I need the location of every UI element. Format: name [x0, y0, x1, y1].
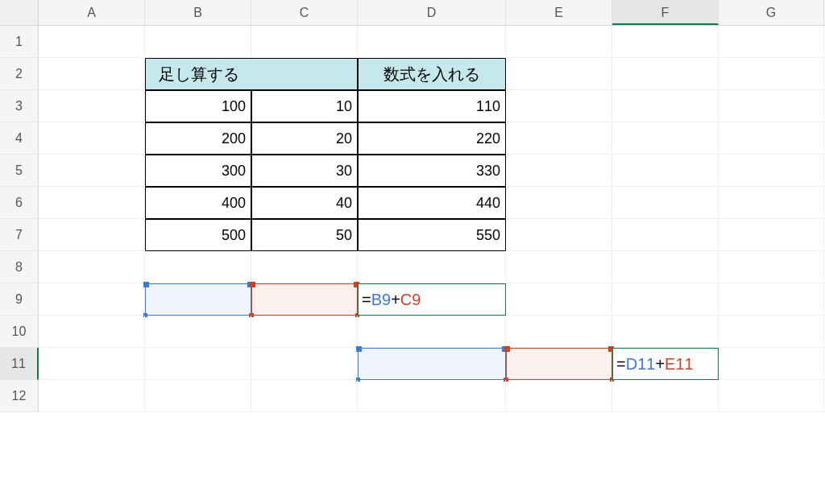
cell-A5[interactable] [39, 155, 145, 187]
cell-A8[interactable] [39, 251, 145, 283]
cell-F7[interactable] [612, 219, 719, 251]
cell-E12[interactable] [506, 380, 612, 412]
cell-D10[interactable] [358, 316, 506, 348]
cell-E4[interactable] [506, 122, 612, 155]
ref-D11[interactable] [358, 348, 506, 380]
cell-G2[interactable] [719, 58, 824, 90]
cell-B8[interactable] [145, 251, 251, 283]
cell-F6[interactable] [612, 187, 719, 219]
cell-B12[interactable] [145, 380, 251, 412]
cell-C4[interactable]: 20 [251, 122, 358, 155]
cell-C10[interactable] [251, 316, 358, 348]
cell-D8[interactable] [358, 251, 506, 283]
cell-G7[interactable] [719, 219, 824, 251]
formula-cell-F11[interactable]: =D11+E11 [612, 348, 719, 380]
cell-F4[interactable] [612, 122, 719, 155]
row-header-12[interactable]: 12 [0, 380, 39, 412]
table-header-left[interactable]: 足し算する [145, 58, 251, 90]
cell-C2[interactable] [251, 58, 358, 90]
table-header-right[interactable]: 数式を入れる [358, 58, 506, 90]
cell-E2[interactable] [506, 58, 612, 90]
cell-F3[interactable] [612, 90, 719, 122]
cell-F5[interactable] [612, 155, 719, 187]
row-header-10[interactable]: 10 [0, 316, 39, 348]
row-header-7[interactable]: 7 [0, 219, 39, 251]
cell-B11[interactable] [145, 348, 251, 380]
row-header-4[interactable]: 4 [0, 122, 39, 155]
cell-A6[interactable] [39, 187, 145, 219]
cell-E1[interactable] [506, 26, 612, 58]
ref-B9[interactable] [145, 283, 251, 316]
cell-D12[interactable] [358, 380, 506, 412]
row-header-3[interactable]: 3 [0, 90, 39, 122]
cell-B10[interactable] [145, 316, 251, 348]
col-header-G[interactable]: G [719, 0, 824, 25]
cell-F2[interactable] [612, 58, 719, 90]
cell-F9[interactable] [612, 283, 719, 316]
cell-D3[interactable]: 110 [358, 90, 506, 122]
cell-B1[interactable] [145, 26, 251, 58]
cell-F10[interactable] [612, 316, 719, 348]
ref-E11[interactable] [506, 348, 612, 380]
cell-C12[interactable] [251, 380, 358, 412]
cell-D6[interactable]: 440 [358, 187, 506, 219]
cell-A2[interactable] [39, 58, 145, 90]
cell-A10[interactable] [39, 316, 145, 348]
cell-G5[interactable] [719, 155, 824, 187]
cell-C3[interactable]: 10 [251, 90, 358, 122]
row-header-5[interactable]: 5 [0, 155, 39, 187]
ref-C9[interactable] [251, 283, 358, 316]
cell-A1[interactable] [39, 26, 145, 58]
cell-G9[interactable] [719, 283, 824, 316]
cell-C8[interactable] [251, 251, 358, 283]
cell-G3[interactable] [719, 90, 824, 122]
col-header-E[interactable]: E [506, 0, 612, 25]
col-header-D[interactable]: D [358, 0, 506, 25]
cell-E10[interactable] [506, 316, 612, 348]
cell-C5[interactable]: 30 [251, 155, 358, 187]
cell-A7[interactable] [39, 219, 145, 251]
cell-E7[interactable] [506, 219, 612, 251]
cell-B5[interactable]: 300 [145, 155, 251, 187]
cell-G8[interactable] [719, 251, 824, 283]
formula-cell-D9[interactable]: =B9+C9 [358, 283, 506, 316]
row-header-11[interactable]: 11 [0, 348, 39, 380]
cell-A12[interactable] [39, 380, 145, 412]
col-header-A[interactable]: A [39, 0, 145, 25]
cell-A3[interactable] [39, 90, 145, 122]
cell-D7[interactable]: 550 [358, 219, 506, 251]
cell-D1[interactable] [358, 26, 506, 58]
select-all-corner[interactable] [0, 0, 39, 25]
cell-A4[interactable] [39, 122, 145, 155]
col-header-C[interactable]: C [251, 0, 358, 25]
cell-B6[interactable]: 400 [145, 187, 251, 219]
cell-E5[interactable] [506, 155, 612, 187]
cell-C7[interactable]: 50 [251, 219, 358, 251]
cell-G10[interactable] [719, 316, 824, 348]
cell-E3[interactable] [506, 90, 612, 122]
cell-G12[interactable] [719, 380, 824, 412]
cell-G4[interactable] [719, 122, 824, 155]
cell-E6[interactable] [506, 187, 612, 219]
cell-G1[interactable] [719, 26, 824, 58]
cell-C11[interactable] [251, 348, 358, 380]
cell-G11[interactable] [719, 348, 824, 380]
cell-F12[interactable] [612, 380, 719, 412]
cell-C6[interactable]: 40 [251, 187, 358, 219]
row-header-1[interactable]: 1 [0, 26, 39, 58]
cell-A9[interactable] [39, 283, 145, 316]
cell-B3[interactable]: 100 [145, 90, 251, 122]
row-header-9[interactable]: 9 [0, 283, 39, 316]
cell-B4[interactable]: 200 [145, 122, 251, 155]
cell-F8[interactable] [612, 251, 719, 283]
cell-G6[interactable] [719, 187, 824, 219]
cell-B7[interactable]: 500 [145, 219, 251, 251]
row-header-2[interactable]: 2 [0, 58, 39, 90]
cell-C1[interactable] [251, 26, 358, 58]
cell-F1[interactable] [612, 26, 719, 58]
row-header-8[interactable]: 8 [0, 251, 39, 283]
row-header-6[interactable]: 6 [0, 187, 39, 219]
cell-A11[interactable] [39, 348, 145, 380]
col-header-F[interactable]: F [612, 0, 719, 25]
cell-E8[interactable] [506, 251, 612, 283]
